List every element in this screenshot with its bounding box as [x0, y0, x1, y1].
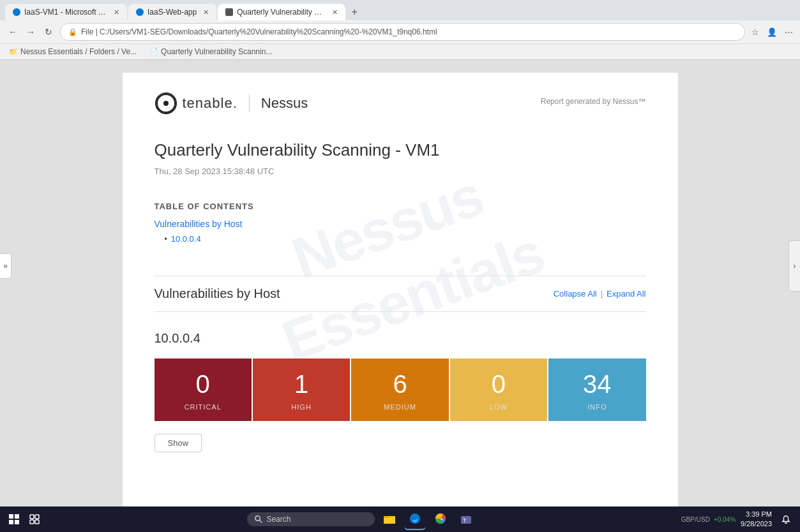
new-tab-button[interactable]: +	[347, 4, 362, 20]
taskbar-file-explorer[interactable]	[379, 508, 400, 530]
report-content: tenable. Nessus Report generated by Ness…	[155, 92, 646, 452]
browser-chrome: IaaS-VM1 - Microsoft Azure ✕ IaaS-Web-ap…	[0, 0, 800, 60]
low-label: LOW	[490, 403, 508, 411]
tenable-wordmark: tenable.	[183, 95, 238, 112]
critical-count: 0	[196, 371, 210, 397]
taskbar-clock[interactable]: 3:39 PM 9/28/2023	[741, 510, 772, 529]
show-button[interactable]: Show	[155, 434, 202, 452]
edge-icon	[409, 512, 421, 525]
url-bar[interactable]: 🔒 File | C:/Users/VM1-SEG/Downloads/Quar…	[60, 23, 745, 41]
report-title: Quarterly Vulnerability Scanning - VM1	[155, 140, 646, 160]
high-label: HIGH	[291, 403, 312, 411]
sidebar-chevron-icon: »	[3, 262, 8, 270]
tab-close-1[interactable]: ✕	[114, 8, 119, 17]
currency-change: +0.04%	[714, 516, 736, 523]
refresh-button[interactable]: ↻	[41, 24, 56, 40]
tab-nessus-report[interactable]: Quarterly Vulnerability Scannin... ✕	[218, 4, 345, 20]
taskbar-left	[5, 510, 43, 528]
tenable-logo-icon	[155, 92, 177, 115]
svg-rect-6	[30, 515, 34, 519]
vuln-divider	[155, 311, 646, 312]
search-icon	[255, 515, 262, 523]
notification-center[interactable]	[777, 510, 795, 528]
taskbar-search-box[interactable]: Search	[247, 512, 375, 526]
tab-favicon-1	[13, 8, 20, 16]
address-bar: ← → ↻ 🔒 File | C:/Users/VM1-SEG/Download…	[0, 20, 800, 43]
low-count: 0	[492, 371, 506, 397]
notification-icon	[781, 515, 790, 524]
logo-divider	[249, 94, 250, 112]
svg-rect-13	[384, 516, 389, 518]
medium-count: 6	[393, 371, 407, 397]
fav-label-quarterly: Quarterly Vulnerability Scannin...	[161, 47, 272, 56]
section-divider	[155, 276, 646, 276]
browser-toolbar-icons: ☆ 👤 ⋯	[749, 26, 795, 38]
action-separator: |	[601, 289, 603, 299]
expand-all-link[interactable]: Expand All	[607, 289, 645, 299]
fav-icon-nessus: 📁	[9, 48, 18, 56]
svg-point-1	[163, 101, 169, 106]
vuln-actions: Collapse All | Expand All	[554, 289, 646, 299]
nessus-wordmark: Nessus	[261, 95, 308, 112]
report-date: Thu, 28 Sep 2023 15:38:48 UTC	[155, 166, 646, 176]
nav-buttons: ← → ↻	[5, 24, 56, 40]
currency-label: GBP/USD	[681, 516, 710, 523]
info-count: 34	[583, 371, 612, 397]
search-placeholder: Search	[266, 515, 291, 524]
tab-web-app[interactable]: IaaS-Web-app ✕	[128, 4, 216, 20]
system-tray: GBP/USD +0.04%	[681, 516, 736, 523]
toc-subitem: • 10.0.0.4	[155, 234, 646, 244]
fav-item-nessus[interactable]: 📁 Nessus Essentials / Folders / Ve...	[5, 46, 140, 57]
taskbar-edge-browser[interactable]	[404, 508, 426, 530]
toc-host-link[interactable]: 10.0.0.4	[171, 234, 201, 244]
page-area: NessusEssentials tenable. Nessus	[0, 60, 800, 532]
toc-vuln-by-host-link[interactable]: Vulnerabilities by Host	[155, 219, 646, 229]
svg-rect-8	[30, 520, 34, 524]
report-generated-text: Report generated by Nessus™	[541, 92, 646, 106]
clock-time: 3:39 PM	[741, 510, 772, 519]
svg-line-11	[260, 521, 262, 523]
tab-bar: IaaS-VM1 - Microsoft Azure ✕ IaaS-Web-ap…	[0, 0, 800, 20]
vuln-section-title: Vulnerabilities by Host	[155, 286, 280, 301]
extensions-icon[interactable]: ☆	[749, 26, 762, 38]
tenable-logo: tenable. Nessus	[155, 92, 308, 115]
medium-label: MEDIUM	[384, 403, 416, 411]
more-icon[interactable]: ⋯	[782, 26, 795, 38]
severity-card-medium: 6 MEDIUM	[351, 358, 448, 421]
svg-text:T: T	[463, 517, 467, 524]
profile-icon[interactable]: 👤	[766, 26, 778, 38]
svg-rect-4	[9, 520, 13, 524]
collapse-all-link[interactable]: Collapse All	[554, 289, 597, 299]
right-sidebar-arrow[interactable]: ›	[789, 240, 800, 292]
svg-rect-2	[9, 514, 13, 519]
severity-card-low: 0 LOW	[450, 358, 547, 421]
forward-button[interactable]: →	[23, 24, 38, 40]
report-header: tenable. Nessus Report generated by Ness…	[155, 92, 646, 115]
tab-azure-vm1[interactable]: IaaS-VM1 - Microsoft Azure ✕	[5, 4, 127, 20]
back-button[interactable]: ←	[5, 24, 20, 40]
tab-favicon-2	[136, 8, 144, 16]
taskbar-center: Search	[247, 508, 477, 530]
clock-date: 9/28/2023	[741, 519, 772, 529]
severity-card-info: 34 INFO	[548, 358, 645, 421]
taskview-button[interactable]	[26, 510, 43, 528]
tab-label-3: Quarterly Vulnerability Scannin...	[237, 8, 326, 17]
start-button[interactable]	[5, 510, 23, 528]
tab-favicon-3	[225, 8, 233, 16]
fav-item-quarterly[interactable]: 📄 Quarterly Vulnerability Scannin...	[146, 46, 276, 57]
taskbar-teams[interactable]: T	[455, 508, 477, 530]
report-container: NessusEssentials tenable. Nessus	[123, 73, 678, 519]
taskbar-chrome-browser[interactable]	[430, 508, 451, 530]
sidebar-arrow[interactable]: »	[0, 253, 11, 279]
fav-label-nessus: Nessus Essentials / Folders / Ve...	[20, 47, 137, 56]
severity-cards: 0 CRITICAL 1 HIGH 6 MEDIUM 0	[155, 358, 646, 421]
tab-close-2[interactable]: ✕	[203, 8, 209, 17]
toc-bullet: •	[165, 235, 167, 244]
vulnerabilities-by-host-section: Vulnerabilities by Host Collapse All | E…	[155, 286, 646, 452]
critical-label: CRITICAL	[185, 403, 222, 411]
favorites-bar: 📁 Nessus Essentials / Folders / Ve... 📄 …	[0, 43, 800, 59]
tab-close-3[interactable]: ✕	[332, 8, 338, 17]
svg-rect-3	[15, 514, 19, 519]
file-explorer-icon	[383, 512, 396, 525]
tab-label-1: IaaS-VM1 - Microsoft Azure	[24, 8, 107, 17]
